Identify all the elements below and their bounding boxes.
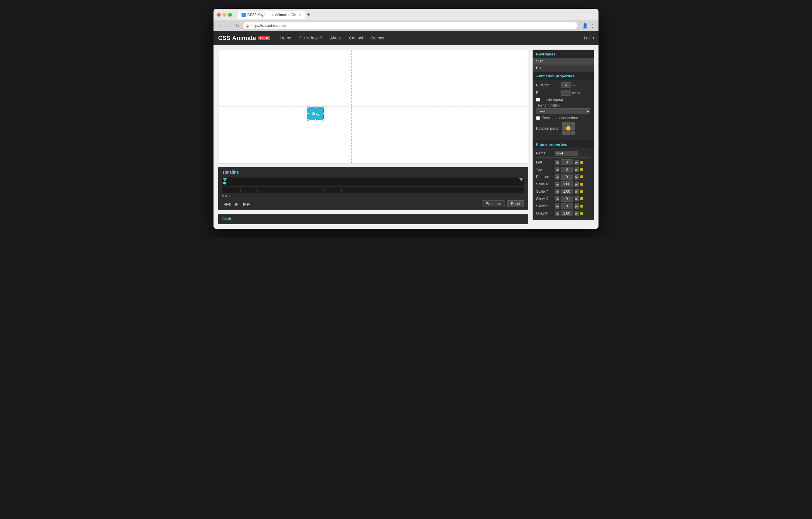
fp-rot-dec[interactable]: ◀ (555, 174, 559, 180)
close-button[interactable] (217, 13, 221, 17)
fp-rot-inc[interactable]: ▶ (575, 174, 579, 180)
handle-right-middle[interactable] (322, 113, 324, 115)
keyframe-start[interactable]: Start (532, 58, 594, 65)
canvas-vertical-separator (351, 50, 352, 163)
timeline-time: 0.00s (222, 194, 524, 198)
rg-br[interactable] (571, 131, 575, 135)
fp-left-inc[interactable]: ▶ (575, 160, 579, 165)
browser-titlebar: G CSS3 Keyframes Animation Ge × + (213, 9, 599, 21)
fp-skewy-dec[interactable]: ◀ (555, 203, 559, 209)
back-button[interactable]: ← (217, 23, 224, 29)
rg-tm[interactable] (567, 122, 571, 126)
fp-opacity-input[interactable] (560, 211, 573, 216)
fp-scaley-arrows: ◀ (555, 189, 559, 194)
fp-top-dec[interactable]: ◀ (555, 167, 559, 172)
reload-button[interactable]: ↻ (234, 23, 240, 29)
traffic-lights (217, 13, 232, 17)
login-link[interactable]: Login (584, 36, 594, 40)
fp-opacity-dec[interactable]: ◀ (555, 211, 559, 216)
timeline-panel: Timeline | | | | | | (218, 167, 528, 210)
nav-home[interactable]: Home (277, 34, 295, 42)
handle-top-middle[interactable] (315, 106, 317, 108)
handle-bottom-left[interactable] (307, 119, 309, 121)
nav-about[interactable]: About (327, 34, 344, 42)
infinite-repeat-checkbox[interactable] (536, 98, 540, 102)
rg-bl[interactable] (562, 131, 566, 135)
examples-button[interactable]: Examples (482, 200, 505, 207)
keep-state-checkbox[interactable] (536, 116, 540, 120)
tick-1: | (240, 189, 241, 192)
fp-scaley-input[interactable] (560, 189, 573, 194)
fp-rotation-input[interactable] (560, 174, 573, 180)
duration-label: Duration (536, 83, 559, 87)
timing-select[interactable]: linear ease ease-in ease-out ease-in-out (536, 108, 590, 114)
fp-skewy-inc-arrows: ▶ (575, 203, 579, 209)
rg-tr[interactable] (571, 122, 575, 126)
fp-scalex-dec[interactable]: ◀ (555, 182, 559, 187)
fp-left-label: Left (536, 160, 554, 164)
fp-opacity-inc[interactable]: ▶ (575, 211, 579, 216)
nav-contact[interactable]: Contact (346, 34, 367, 42)
rg-ml[interactable] (562, 127, 566, 131)
fp-top-row: Top ◀ ▶ (536, 167, 590, 172)
fp-scalex-inc[interactable]: ▶ (575, 182, 579, 187)
timeline-marker-end[interactable] (519, 178, 523, 182)
fp-scaley-dec[interactable]: ◀ (555, 189, 559, 194)
tab-close-icon[interactable]: × (299, 12, 301, 17)
fp-scaley-dot (580, 190, 583, 193)
frame-props: Name Left ◀ ▶ (532, 148, 594, 220)
rg-tl[interactable] (562, 122, 566, 126)
timing-row: Timing function: linear ease ease-in eas… (536, 103, 590, 114)
rewind-button[interactable]: ◀◀ (222, 200, 232, 207)
infinite-repeat-row: Infinite repeat (536, 98, 590, 102)
handle-bottom-middle[interactable] (315, 119, 317, 121)
fp-skewy-row: Skew Y ◀ ▶ (536, 203, 590, 209)
draggable-element[interactable]: ·Drag· (308, 107, 324, 120)
fp-scalex-row: Scale X ◀ ▶ (536, 181, 590, 187)
fp-skewx-arrows: ◀ (555, 196, 559, 201)
fp-name-input[interactable] (555, 151, 578, 156)
repeat-input[interactable] (560, 90, 571, 96)
forward-button[interactable]: → (226, 23, 232, 29)
maximize-button[interactable] (228, 13, 232, 17)
rg-bm[interactable] (567, 131, 571, 135)
fast-forward-button[interactable]: ▶▶ (242, 200, 252, 207)
brand: CSS Animate Beta (218, 35, 270, 42)
rg-mr[interactable] (571, 127, 575, 131)
brand-name: CSS Animate (218, 35, 256, 42)
reset-button[interactable]: Reset (507, 200, 524, 207)
fp-skewy-inc[interactable]: ▶ (575, 203, 579, 209)
nav-demos[interactable]: Demos (368, 34, 388, 42)
rg-mm[interactable] (567, 127, 571, 131)
handle-left-middle[interactable] (307, 113, 309, 115)
fp-skewx-input[interactable] (560, 196, 573, 202)
fp-skewx-inc[interactable]: ▶ (575, 196, 579, 201)
menu-icon[interactable]: ⋮ (590, 23, 595, 29)
fp-left-input[interactable] (560, 159, 573, 165)
keyframe-end[interactable]: End (532, 65, 594, 72)
timeline-marker-start[interactable] (223, 178, 227, 182)
fp-rotation-label: Rotation (536, 175, 554, 179)
fp-skewx-dec[interactable]: ◀ (555, 196, 559, 201)
handle-top-left[interactable] (307, 106, 309, 108)
fp-scaley-inc[interactable]: ▶ (575, 189, 579, 194)
handle-top-right[interactable] (322, 106, 324, 108)
handle-bottom-right[interactable] (322, 119, 324, 121)
minimize-button[interactable] (223, 13, 226, 17)
address-input[interactable]: 🔒 https://cssanimate.com (243, 22, 578, 29)
fp-scalex-input[interactable] (560, 181, 573, 187)
fp-left-dec[interactable]: ◀ (555, 160, 559, 165)
timeline-track[interactable] (222, 177, 524, 186)
active-tab[interactable]: G CSS3 Keyframes Animation Ge × (238, 11, 306, 19)
fp-top-inc[interactable]: ▶ (575, 167, 579, 172)
play-button[interactable]: ▶ (234, 200, 240, 207)
fp-top-inc-arrows: ▶ (575, 167, 579, 172)
nav-quick-help[interactable]: Quick help ? (296, 34, 325, 42)
fp-top-input[interactable] (560, 167, 573, 172)
duration-input[interactable] (560, 82, 571, 88)
new-tab-button[interactable]: + (307, 12, 310, 18)
profile-icon[interactable]: 👤 (582, 23, 588, 29)
frame-props-title: Frame properties (532, 140, 594, 148)
fp-skewy-input[interactable] (560, 203, 573, 209)
timeline-playhead[interactable] (223, 182, 226, 185)
